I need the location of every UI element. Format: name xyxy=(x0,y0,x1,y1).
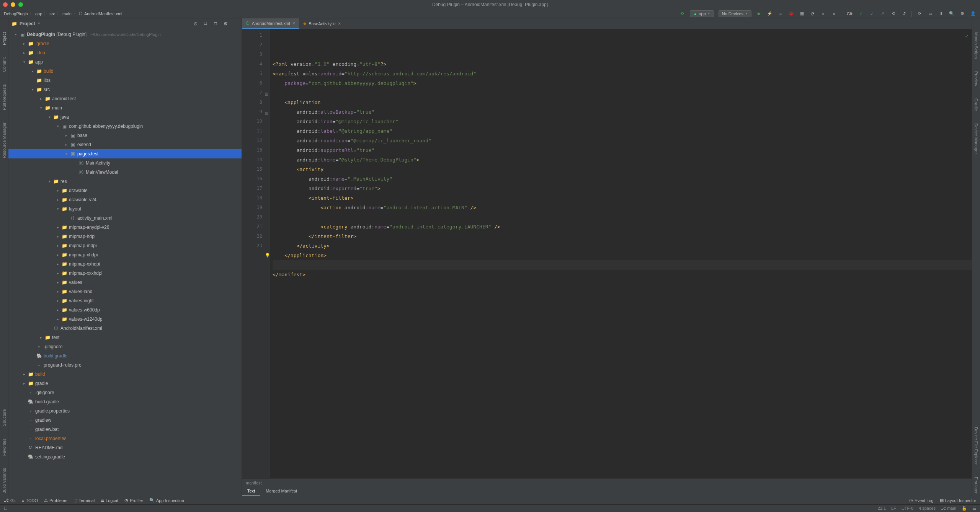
account-button[interactable]: 👤 xyxy=(970,11,976,17)
tree-item[interactable]: ⓀMainActivity xyxy=(8,158,242,168)
tool-structure[interactable]: Structure xyxy=(2,407,7,429)
tree-item[interactable]: ▫gradlew xyxy=(8,416,242,425)
tab-androidmanifest[interactable]: ⬡ AndroidManifest.xml × xyxy=(242,18,299,29)
tool-maven[interactable]: Maven Scripts xyxy=(974,30,978,61)
settings-button[interactable]: ⚙ xyxy=(959,11,965,17)
tree-item[interactable]: ▸📁drawable-v24 xyxy=(8,195,242,204)
close-tab-button[interactable]: × xyxy=(292,20,296,26)
tool-commit[interactable]: Commit xyxy=(2,55,7,74)
file-encoding[interactable]: UTF-8 xyxy=(902,506,913,511)
inspection-ok-icon[interactable]: ✓ xyxy=(965,31,969,41)
git-revert-button[interactable]: ↺ xyxy=(901,11,907,17)
tool-build-variants[interactable]: Build Variants xyxy=(2,466,7,496)
tool-app-inspection[interactable]: 🔍App Inspection xyxy=(149,498,184,503)
tree-item[interactable]: ▸▣extend xyxy=(8,140,242,149)
tree-item[interactable]: ▸📁build xyxy=(8,370,242,379)
indent-setting[interactable]: 4 spaces xyxy=(919,506,936,511)
device-selector[interactable]: No Devices ▼ xyxy=(719,10,751,17)
run-config-selector[interactable]: ▲ app ▼ xyxy=(690,10,714,17)
tool-project[interactable]: Project xyxy=(2,30,7,47)
debug-button[interactable]: 🐞 xyxy=(788,11,794,17)
tree-item[interactable]: ▾📁main xyxy=(8,103,242,113)
tree-item[interactable]: ▸📁values-w1240dp xyxy=(8,315,242,324)
tree-item[interactable]: ▾▣pages.test xyxy=(8,149,242,158)
close-window-button[interactable] xyxy=(3,2,8,7)
tree-item[interactable]: ▸📁mipmap-hdpi xyxy=(8,232,242,241)
tool-profiler[interactable]: ◔Profiler xyxy=(124,498,143,503)
tree-item[interactable]: ▸📁test xyxy=(8,333,242,342)
tree-item[interactable]: ▸📁values-w600dp xyxy=(8,305,242,315)
tree-item[interactable]: MREADME.md xyxy=(8,443,242,452)
tree-item[interactable]: ▾📁app xyxy=(8,57,242,67)
run-button[interactable]: ▶ xyxy=(756,11,762,17)
tool-gradle[interactable]: Gradle xyxy=(974,96,978,113)
tree-item[interactable]: ▸▣base xyxy=(8,131,242,140)
settings-icon[interactable]: ⚙ xyxy=(222,21,229,27)
coverage-button[interactable]: ▦ xyxy=(799,11,805,17)
tree-item[interactable]: ▸📁mipmap-xxhdpi xyxy=(8,259,242,269)
tab-baseactivity[interactable]: ◆ BaseActivity.kt × xyxy=(299,18,345,29)
git-update-button[interactable]: ↙ xyxy=(869,11,875,17)
tree-item[interactable]: 🐘build.gradle xyxy=(8,397,242,406)
tool-event-log[interactable]: ◷Event Log xyxy=(909,498,934,503)
git-push-button[interactable]: ↗ xyxy=(879,11,885,17)
tree-item[interactable]: ▸📁.idea xyxy=(8,48,242,57)
apply-code-button[interactable]: ≡ xyxy=(777,11,784,17)
tool-device-file-explorer[interactable]: Device File Explorer xyxy=(974,425,978,467)
breadcrumb-item[interactable]: src xyxy=(49,11,55,16)
tree-item[interactable]: ▫gradle.properties xyxy=(8,406,242,416)
tree-item[interactable]: ▫gradlew.bat xyxy=(8,425,242,434)
editor[interactable]: 1234567🖼89🖼1011121314151617181920212223 … xyxy=(242,29,972,478)
tool-terminal[interactable]: ▢Terminal xyxy=(74,498,95,503)
tool-git[interactable]: ⎇Git xyxy=(4,498,16,503)
tree-item[interactable]: ▾📁java xyxy=(8,113,242,122)
project-tree[interactable]: ▾ ▣ DebugPlugin [Debug Plugin] ~/Documen… xyxy=(8,29,242,496)
tool-favorites[interactable]: Favorites xyxy=(2,436,7,458)
tool-logcat[interactable]: ≣Logcat xyxy=(101,498,118,503)
sdk-manager-button[interactable]: ⬇ xyxy=(938,11,944,17)
tool-device-manager[interactable]: Device Manager xyxy=(974,121,978,156)
breadcrumb-item[interactable]: app xyxy=(35,11,42,16)
git-commit-button[interactable]: ✓ xyxy=(858,11,864,17)
tree-item[interactable]: ▸📁androidTest xyxy=(8,94,242,103)
tree-item[interactable]: ▸📁mipmap-xxxhdpi xyxy=(8,269,242,278)
editor-breadcrumb-item[interactable]: manifest xyxy=(246,481,262,485)
tool-todo[interactable]: ≡TODO xyxy=(22,498,38,503)
code-area[interactable]: ✓ <?xml version="1.0" encoding="utf-8"?>… xyxy=(270,29,972,478)
tree-item[interactable]: ▾📁res xyxy=(8,177,242,186)
tree-item[interactable]: ▸📁values xyxy=(8,278,242,287)
maximize-window-button[interactable] xyxy=(18,2,23,7)
sync-gradle-button[interactable]: ⟳ xyxy=(916,11,923,17)
tree-item[interactable]: ⟨⟩activity_main.xml xyxy=(8,214,242,223)
git-history-button[interactable]: ⟲ xyxy=(890,11,896,17)
stop-button[interactable]: ■ xyxy=(831,11,837,17)
tool-problems[interactable]: ⚠Problems xyxy=(44,498,67,503)
tree-item[interactable]: ⓀMainViewModel xyxy=(8,168,242,177)
tree-item[interactable]: 🐘settings.gradle xyxy=(8,452,242,461)
tree-item[interactable]: ▫local.properties xyxy=(8,434,242,443)
tool-preview[interactable]: Preview xyxy=(974,69,978,88)
caret-position[interactable]: 22:1 xyxy=(878,506,886,511)
intention-bulb-icon[interactable]: 💡 xyxy=(265,251,270,260)
apply-changes-button[interactable]: ⚡ xyxy=(767,11,773,17)
build-button[interactable]: ⟲ xyxy=(679,11,685,17)
project-view-selector[interactable]: 📁 Project ▼ xyxy=(11,21,41,26)
tree-item[interactable]: ▸📁values-night xyxy=(8,296,242,305)
tool-layout-inspector[interactable]: ▤Layout Inspector xyxy=(940,498,976,503)
tool-pull-requests[interactable]: Pull Requests xyxy=(2,82,7,113)
line-separator[interactable]: LF xyxy=(891,506,896,511)
tool-emulator[interactable]: Emulator xyxy=(974,474,978,496)
minimize-window-button[interactable] xyxy=(11,2,15,7)
tree-item[interactable]: ▫.gitignore xyxy=(8,388,242,397)
read-only-toggle[interactable]: 🔓 xyxy=(962,506,967,511)
tree-item[interactable]: ▸📁build xyxy=(8,67,242,76)
tree-item[interactable]: ▸📁drawable xyxy=(8,186,242,195)
tree-item[interactable]: 🐘build.gradle xyxy=(8,351,242,360)
tree-root[interactable]: ▾ ▣ DebugPlugin [Debug Plugin] ~/Documen… xyxy=(8,30,242,39)
profiler-button[interactable]: ◔ xyxy=(810,11,816,17)
git-branch[interactable]: ⎇ main xyxy=(941,506,956,511)
search-everywhere-button[interactable]: 🔍 xyxy=(949,11,955,17)
tree-item[interactable]: ▾📁src xyxy=(8,85,242,94)
close-tab-button[interactable]: × xyxy=(338,21,341,26)
tree-item[interactable]: ▾▣com.github.abbenyyyyy.debugplugin xyxy=(8,122,242,131)
